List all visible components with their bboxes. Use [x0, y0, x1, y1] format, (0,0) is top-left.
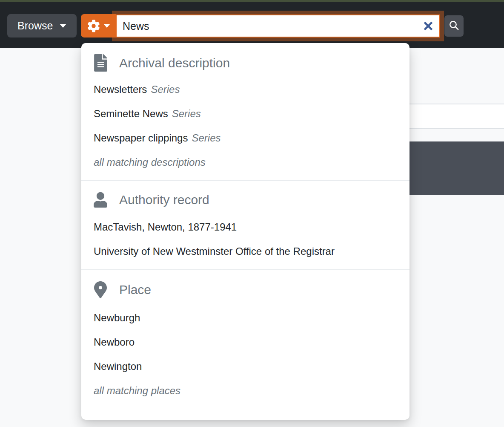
result-link[interactable]: NewslettersSeries	[94, 77, 398, 101]
section-results: NewslettersSeries Seminette NewsSeries N…	[94, 77, 398, 174]
user-icon	[94, 191, 107, 208]
search-autocomplete-dropdown: Archival description NewslettersSeries S…	[81, 43, 410, 420]
result-link[interactable]: MacTavish, Newton, 1877-1941	[94, 215, 398, 239]
browse-menu-button[interactable]: Browse	[7, 14, 77, 38]
result-label: Newspaper clippings	[94, 132, 188, 144]
search-options-button[interactable]	[81, 14, 116, 38]
result-type: Series	[172, 108, 201, 119]
result-label: University of New Westminster Office of …	[94, 245, 335, 257]
result-link[interactable]: Newington	[94, 354, 398, 378]
close-icon	[423, 20, 434, 33]
section-divider	[81, 269, 410, 270]
section-title: Authority record	[119, 193, 209, 207]
section-results: Newburgh Newboro Newington all matching …	[94, 306, 398, 403]
result-link[interactable]: Seminette NewsSeries	[94, 101, 398, 126]
chevron-down-icon	[104, 24, 110, 28]
section-header-archival-description: Archival description	[94, 54, 398, 72]
result-link[interactable]: Newburgh	[94, 306, 398, 330]
gear-icon	[87, 20, 100, 32]
result-type: Series	[192, 132, 220, 144]
result-link[interactable]: University of New Westminster Office of …	[94, 239, 398, 263]
search-input[interactable]	[116, 14, 440, 38]
search-icon	[448, 20, 460, 32]
section-divider	[81, 180, 410, 181]
search-submit-button[interactable]	[444, 15, 464, 37]
location-pin-icon	[94, 280, 107, 299]
section-results: MacTavish, Newton, 1877-1941 University …	[94, 215, 398, 263]
chevron-down-icon	[60, 24, 66, 28]
result-label: Newsletters	[94, 84, 147, 95]
result-link[interactable]: Newboro	[94, 330, 398, 354]
result-label: Newboro	[94, 336, 135, 348]
result-label: Newburgh	[94, 312, 140, 323]
clear-search-button[interactable]	[421, 19, 436, 34]
result-type: Series	[151, 84, 180, 95]
result-label: Seminette News	[94, 108, 168, 119]
file-lines-icon	[94, 54, 107, 72]
all-matching-places-link[interactable]: all matching places	[94, 378, 398, 403]
result-label: Newington	[94, 361, 142, 372]
section-title: Place	[119, 283, 151, 297]
section-header-place: Place	[94, 280, 398, 299]
all-matching-descriptions-link[interactable]: all matching descriptions	[94, 150, 398, 174]
section-title: Archival description	[119, 56, 230, 70]
section-header-authority-record: Authority record	[94, 191, 398, 208]
result-link[interactable]: Newspaper clippingsSeries	[94, 126, 398, 150]
top-navbar: Browse	[0, 0, 504, 48]
result-label: MacTavish, Newton, 1877-1941	[94, 221, 237, 233]
browse-label: Browse	[17, 20, 53, 32]
